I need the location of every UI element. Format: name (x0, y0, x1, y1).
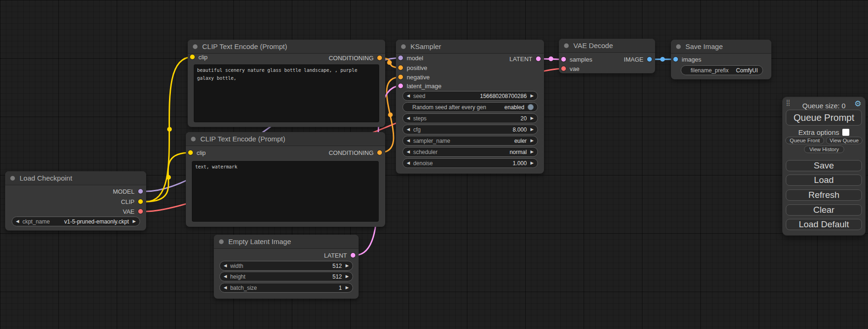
model-output-port[interactable] (138, 189, 143, 194)
latent-image-input-port[interactable] (398, 84, 403, 88)
images-input-port[interactable] (673, 57, 678, 62)
toggle-knob[interactable] (528, 104, 534, 110)
load-default-button[interactable]: Load Default (786, 219, 862, 230)
height-stepper[interactable]: ◀ height 512 ▶ (219, 272, 353, 281)
negative-input-port[interactable] (398, 75, 403, 79)
collapse-dot-icon[interactable] (676, 44, 681, 49)
node-title: CLIP Text Encode (Prompt) (200, 135, 285, 143)
denoise-stepper[interactable]: ◀ denoise 1.000 ▶ (402, 158, 538, 168)
queue-prompt-button[interactable]: Queue Prompt (786, 110, 862, 126)
increment-arrow-icon[interactable]: ▶ (346, 264, 349, 268)
node-clip-text-encode-positive[interactable]: CLIP Text Encode (Prompt) clip CONDITION… (188, 40, 385, 127)
node-ksampler[interactable]: KSampler model positive negative latent_… (396, 40, 544, 174)
decrement-arrow-icon[interactable]: ◀ (16, 219, 19, 224)
node-title: KSampler (410, 42, 441, 50)
samples-input-port[interactable] (561, 57, 566, 62)
queue-size-label: Queue size: 0 (783, 102, 865, 110)
decrement-arrow-icon[interactable]: ◀ (407, 116, 410, 120)
vae-input-port[interactable] (561, 66, 566, 71)
decrement-arrow-icon[interactable]: ◀ (224, 286, 227, 290)
slot-label: latent_image (407, 83, 441, 90)
clip-input-port[interactable] (190, 55, 195, 59)
view-queue-button[interactable]: View Queue (826, 137, 862, 144)
collapse-dot-icon[interactable] (193, 44, 198, 49)
clip-output-port[interactable] (138, 199, 143, 204)
increment-arrow-icon[interactable]: ▶ (346, 286, 349, 290)
node-clip-text-encode-negative[interactable]: CLIP Text Encode (Prompt) clip CONDITION… (186, 132, 385, 227)
increment-arrow-icon[interactable]: ▶ (530, 127, 534, 132)
decrement-arrow-icon[interactable]: ◀ (224, 274, 227, 279)
cfg-stepper[interactable]: ◀ cfg 8.000 ▶ (402, 125, 538, 134)
widget-label: sampler_name (413, 138, 450, 144)
width-stepper[interactable]: ◀ width 512 ▶ (219, 261, 353, 271)
positive-input-port[interactable] (398, 65, 403, 70)
decrement-arrow-icon[interactable]: ◀ (407, 150, 410, 154)
increment-arrow-icon[interactable]: ▶ (530, 139, 534, 143)
negative-prompt-textarea[interactable]: text, watermark (192, 161, 379, 222)
widget-label: batch_size (230, 285, 257, 291)
collapse-dot-icon[interactable] (401, 44, 406, 49)
view-queue-label: View Queue (830, 138, 859, 143)
image-output-port[interactable] (647, 57, 652, 62)
increment-arrow-icon[interactable]: ▶ (346, 274, 349, 279)
node-title-bar[interactable]: Save Image (671, 40, 771, 54)
widget-value: enabled (504, 104, 524, 111)
refresh-button[interactable]: Refresh (786, 189, 862, 201)
vae-output-port[interactable] (138, 209, 143, 214)
graph-canvas[interactable]: Load Checkpoint MODEL CLIP VAE ◀ ckpt_na… (0, 0, 868, 329)
increment-arrow-icon[interactable]: ▶ (133, 219, 136, 224)
filename-prefix-field[interactable]: filename_prefix ComfyUI (681, 65, 763, 75)
clear-button[interactable]: Clear (786, 204, 862, 216)
latent-output-port[interactable] (351, 253, 355, 258)
sampler-name-combo[interactable]: ◀ sampler_name euler ▶ (402, 136, 538, 146)
node-save-image[interactable]: Save Image images filename_prefix ComfyU… (671, 40, 771, 79)
widget-label: steps (413, 115, 427, 122)
node-vae-decode[interactable]: VAE Decode samples vae IMAGE (559, 39, 655, 73)
collapse-dot-icon[interactable] (564, 43, 569, 48)
batch-size-stepper[interactable]: ◀ batch_size 1 ▶ (219, 283, 353, 293)
positive-prompt-textarea[interactable]: beautiful scenery nature glass bottle la… (194, 64, 379, 122)
view-history-button[interactable]: View History (804, 146, 844, 153)
load-button[interactable]: Load (786, 175, 862, 186)
seed-stepper[interactable]: ◀ seed 156680208700286 ▶ (402, 91, 538, 101)
node-title-bar[interactable]: CLIP Text Encode (Prompt) (186, 132, 385, 146)
ckpt-name-combo[interactable]: ◀ ckpt_name v1-5-pruned-emaonly.ckpt ▶ (12, 217, 140, 226)
decrement-arrow-icon[interactable]: ◀ (407, 161, 410, 165)
queue-menu-panel[interactable]: ⣿ Queue size: 0 ⚙ Queue Prompt Extra opt… (782, 97, 866, 236)
extra-options-checkbox[interactable] (842, 129, 849, 136)
decrement-arrow-icon[interactable]: ◀ (224, 264, 227, 268)
increment-arrow-icon[interactable]: ▶ (530, 161, 534, 165)
decrement-arrow-icon[interactable]: ◀ (407, 139, 410, 143)
latent-output-port[interactable] (536, 56, 541, 61)
settings-gear-icon[interactable]: ⚙ (854, 100, 861, 108)
scheduler-combo[interactable]: ◀ scheduler normal ▶ (402, 147, 538, 157)
conditioning-output-port[interactable] (377, 56, 382, 60)
widget-value: 512 (332, 273, 342, 280)
increment-arrow-icon[interactable]: ▶ (530, 94, 534, 98)
node-empty-latent-image[interactable]: Empty Latent Image LATENT ◀ width 512 ▶ … (214, 235, 359, 299)
widget-value: 8.000 (513, 126, 527, 133)
node-title-bar[interactable]: KSampler (396, 40, 544, 54)
conditioning-output-port[interactable] (377, 150, 382, 155)
widget-label: height (230, 273, 246, 280)
collapse-dot-icon[interactable] (191, 137, 196, 141)
node-title-bar[interactable]: CLIP Text Encode (Prompt) (188, 40, 385, 54)
queue-front-button[interactable]: Queue Front (785, 137, 824, 144)
node-title-bar[interactable]: VAE Decode (559, 39, 655, 53)
increment-arrow-icon[interactable]: ▶ (530, 150, 534, 154)
decrement-arrow-icon[interactable]: ◀ (407, 127, 410, 132)
collapse-dot-icon[interactable] (10, 176, 15, 181)
random-seed-toggle[interactable]: Random seed after every gen enabled (402, 102, 538, 112)
model-input-port[interactable] (398, 56, 403, 60)
widget-value: v1-5-pruned-emaonly.ckpt (64, 218, 129, 225)
increment-arrow-icon[interactable]: ▶ (530, 116, 534, 120)
collapse-dot-icon[interactable] (219, 239, 224, 244)
slot-label: CONDITIONING (329, 55, 374, 62)
clip-input-port[interactable] (188, 150, 193, 155)
node-load-checkpoint[interactable]: Load Checkpoint MODEL CLIP VAE ◀ ckpt_na… (5, 171, 146, 231)
node-title-bar[interactable]: Empty Latent Image (214, 235, 359, 249)
steps-stepper[interactable]: ◀ steps 20 ▶ (402, 113, 538, 123)
node-title-bar[interactable]: Load Checkpoint (5, 171, 146, 185)
decrement-arrow-icon[interactable]: ◀ (407, 94, 410, 98)
save-button[interactable]: Save (786, 160, 862, 171)
